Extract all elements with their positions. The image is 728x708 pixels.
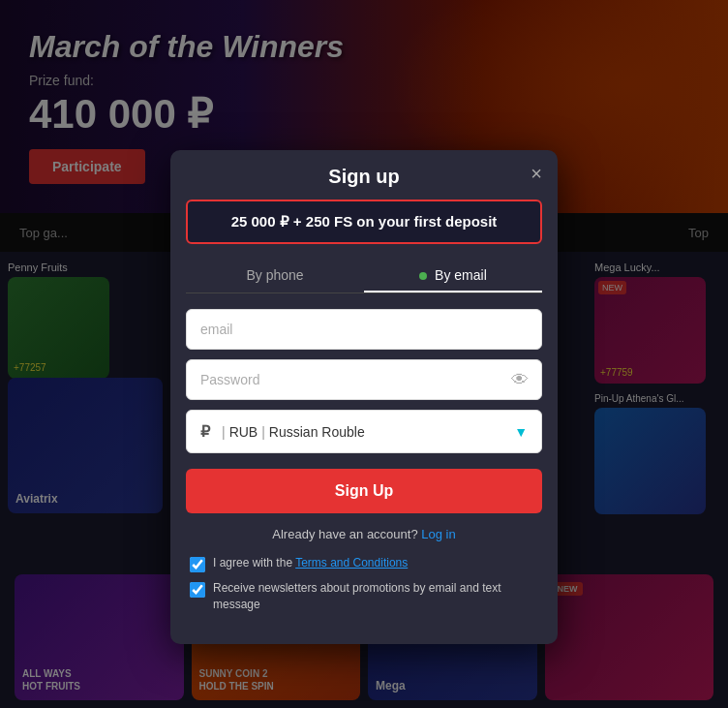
currency-code: RUB [229, 424, 258, 440]
terms-checkbox-row: I agree with the Terms and Conditions [186, 555, 542, 572]
currency-divider-2: | [261, 424, 265, 440]
currency-divider-1: | [222, 424, 226, 440]
form-body: 👁 ₽ | RUB | Russian Rouble ▼ Sign Up Alr… [170, 309, 558, 613]
tab-email-label: By email [435, 267, 487, 283]
login-prompt: Already have an account? [272, 527, 417, 541]
newsletter-checkbox-row: Receive newsletters about promotions by … [186, 580, 542, 613]
toggle-password-icon[interactable]: 👁 [511, 370, 529, 390]
signup-button[interactable]: Sign Up [186, 469, 542, 513]
tab-by-phone[interactable]: By phone [186, 260, 364, 292]
modal-close-button[interactable]: × [531, 164, 542, 183]
modal-header: Sign up × [170, 150, 558, 200]
currency-name: Russian Rouble [269, 424, 514, 440]
currency-symbol: ₽ [200, 422, 210, 441]
password-wrapper: 👁 [186, 359, 542, 400]
login-row: Already have an account? Log in [186, 527, 542, 541]
modal-title: Sign up [328, 166, 399, 187]
login-link[interactable]: Log in [421, 527, 455, 541]
tab-phone-label: By phone [246, 267, 303, 283]
currency-selector[interactable]: ₽ | RUB | Russian Rouble ▼ [186, 410, 542, 453]
currency-dropdown-icon: ▼ [514, 424, 528, 440]
password-input[interactable] [186, 359, 542, 400]
terms-checkbox[interactable] [190, 557, 205, 572]
modal-overlay: Sign up × 25 000 ₽ + 250 FS on your firs… [0, 0, 728, 708]
email-input[interactable] [186, 309, 542, 350]
active-tab-dot [419, 272, 427, 280]
terms-label: I agree with the Terms and Conditions [213, 555, 408, 571]
terms-before: I agree with the [213, 556, 295, 569]
bonus-banner: 25 000 ₽ + 250 FS on your first deposit [186, 200, 542, 244]
newsletter-checkbox[interactable] [190, 582, 205, 598]
tab-bar: By phone By email [186, 260, 542, 293]
newsletter-label: Receive newsletters about promotions by … [213, 580, 538, 613]
tab-by-email[interactable]: By email [364, 260, 542, 292]
terms-link[interactable]: Terms and Conditions [295, 556, 408, 569]
modal: Sign up × 25 000 ₽ + 250 FS on your firs… [170, 150, 558, 644]
